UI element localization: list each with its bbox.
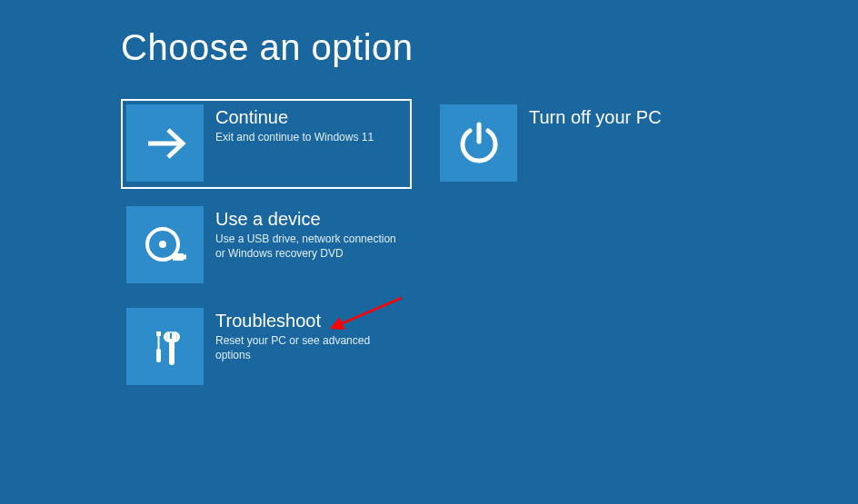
option-turnoff-title: Turn off your PC bbox=[529, 106, 662, 128]
options-grid: Continue Exit and continue to Windows 11… bbox=[121, 99, 858, 392]
svg-rect-7 bbox=[157, 336, 159, 349]
option-use-device[interactable]: Use a device Use a USB drive, network co… bbox=[121, 201, 412, 291]
option-use-device-title: Use a device bbox=[215, 208, 397, 230]
option-troubleshoot-desc: Reset your PC or see advanced options bbox=[215, 334, 397, 362]
option-continue-title: Continue bbox=[215, 106, 374, 128]
option-troubleshoot-title: Troubleshoot bbox=[215, 310, 397, 331]
option-turnoff[interactable]: Turn off your PC bbox=[434, 99, 725, 189]
option-troubleshoot[interactable]: Troubleshoot Reset your PC or see advanc… bbox=[121, 302, 412, 392]
svg-point-3 bbox=[159, 241, 166, 248]
option-continue-desc: Exit and continue to Windows 11 bbox=[215, 131, 374, 145]
tools-icon bbox=[126, 308, 204, 385]
svg-rect-8 bbox=[156, 349, 161, 362]
svg-rect-9 bbox=[169, 341, 174, 361]
disc-usb-icon bbox=[126, 206, 204, 283]
svg-rect-4 bbox=[173, 253, 184, 261]
power-icon bbox=[440, 104, 517, 182]
option-continue[interactable]: Continue Exit and continue to Windows 11 bbox=[121, 99, 412, 189]
page-title: Choose an option bbox=[121, 27, 858, 68]
svg-rect-5 bbox=[183, 254, 186, 259]
arrow-right-icon bbox=[126, 104, 204, 182]
svg-rect-6 bbox=[156, 331, 161, 336]
option-use-device-desc: Use a USB drive, network connection or W… bbox=[215, 232, 397, 261]
